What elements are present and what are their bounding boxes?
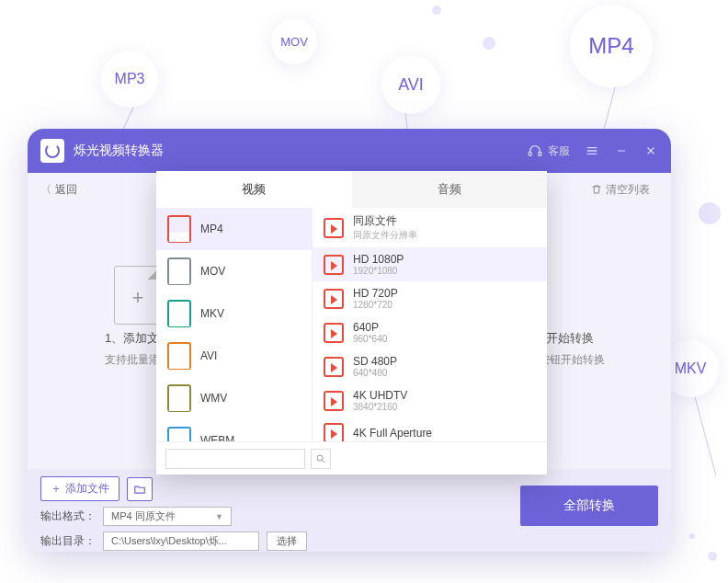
bubble-avi: AVI: [381, 55, 440, 114]
bubble-label: MP4: [588, 33, 633, 59]
convert-all-button[interactable]: 全部转换: [520, 486, 658, 526]
file-icon: [167, 300, 191, 327]
menu-icon[interactable]: [585, 143, 599, 158]
file-icon: [167, 342, 191, 370]
resolution-list[interactable]: 同原文件同原文件分辨率HD 1080P1920*1080HD 720P1280*…: [313, 208, 547, 441]
format-label: WEBM: [200, 434, 234, 441]
tab-video[interactable]: 视频: [156, 171, 352, 208]
svg-point-8: [317, 455, 323, 461]
video-icon: [324, 289, 344, 309]
decorative-dot: [689, 533, 695, 539]
bubble-label: AVI: [398, 75, 424, 95]
search-row: [156, 441, 547, 474]
plus-icon: ＋: [51, 481, 62, 497]
chevron-down-icon: ▼: [215, 512, 223, 521]
resolution-label: 640P: [353, 321, 387, 334]
video-icon: [324, 357, 344, 377]
svg-rect-1: [539, 152, 541, 155]
minimize-icon[interactable]: [614, 143, 629, 158]
decorative-dot: [432, 6, 441, 15]
decorative-dot: [483, 37, 495, 50]
app-logo: [40, 139, 64, 163]
back-label: 返回: [55, 182, 77, 198]
file-icon: [167, 384, 191, 412]
close-icon[interactable]: [643, 143, 658, 158]
resolution-sub: 640*480: [353, 368, 397, 378]
video-icon: [324, 323, 344, 343]
add-folder-button[interactable]: [127, 477, 153, 501]
bubble-label: MOV: [280, 35, 308, 49]
resolution-sub: 960*640: [353, 334, 387, 344]
resolution-sub: 1280*720: [353, 300, 398, 310]
video-icon: [324, 391, 344, 411]
format-item[interactable]: WMV: [156, 377, 312, 419]
resolution-label: HD 720P: [353, 287, 398, 300]
clear-list-button[interactable]: 清空列表: [583, 177, 658, 202]
app-title: 烁光视频转换器: [74, 143, 528, 159]
resolution-item[interactable]: 640P960*640: [313, 315, 547, 349]
format-value: MP4 同原文件: [111, 509, 176, 523]
add-file-label: 添加文件: [65, 481, 109, 497]
resolution-label: 同原文件: [353, 213, 417, 229]
format-item[interactable]: MP4: [156, 208, 312, 250]
resolution-item[interactable]: 同原文件同原文件分辨率: [313, 208, 547, 247]
clear-label: 清空列表: [606, 182, 650, 198]
svg-rect-0: [529, 152, 531, 155]
bubble-label: MP3: [115, 71, 145, 87]
chevron-left-icon: 〈: [40, 182, 51, 198]
resolution-label: SD 480P: [353, 355, 397, 368]
tab-audio[interactable]: 音频: [352, 171, 548, 208]
resolution-item[interactable]: 4K Full Aperture: [313, 417, 547, 441]
format-item[interactable]: MKV: [156, 292, 312, 335]
format-label: MOV: [200, 265, 225, 278]
resolution-sub: 同原文件分辨率: [353, 229, 417, 242]
trash-icon: [591, 184, 602, 195]
format-label: MKV: [200, 307, 224, 320]
format-list[interactable]: MP4MOVMKVAVIWMVWEBMFLV: [156, 208, 313, 441]
format-label: WMV: [200, 392, 227, 405]
format-label: AVI: [200, 349, 217, 362]
titlebar: 烁光视频转换器 客服: [28, 129, 671, 173]
connector-line: [694, 395, 716, 475]
format-popup: 视频 音频 MP4MOVMKVAVIWMVWEBMFLV 同原文件同原文件分辨率…: [156, 171, 547, 474]
resolution-item[interactable]: HD 1080P1920*1080: [313, 247, 547, 281]
output-dir-value: C:\Users\lxy\Desktop\烁...: [103, 532, 259, 551]
folder-icon: [133, 483, 146, 496]
resolution-item[interactable]: 4K UHDTV3840*2160: [313, 383, 547, 417]
resolution-label: 4K Full Aperture: [353, 427, 432, 440]
bubble-mp3: MP3: [101, 51, 158, 108]
add-file-button[interactable]: ＋ 添加文件: [40, 476, 119, 501]
search-button[interactable]: [311, 449, 331, 469]
video-icon: [324, 218, 344, 238]
bubble-label: MKV: [675, 360, 707, 377]
video-icon: [324, 255, 344, 275]
add-file-icon[interactable]: [114, 266, 162, 325]
resolution-sub: 1920*1080: [353, 266, 404, 276]
search-icon: [315, 453, 326, 464]
resolution-sub: 3840*2160: [353, 402, 407, 412]
file-icon: [167, 215, 191, 243]
customer-service-button[interactable]: 客服: [528, 143, 570, 159]
format-label: MP4: [200, 223, 223, 235]
output-format-select[interactable]: MP4 同原文件 ▼: [103, 507, 232, 526]
cs-label: 客服: [548, 143, 570, 159]
format-item[interactable]: WEBM: [156, 419, 312, 441]
format-item[interactable]: AVI: [156, 335, 312, 377]
svg-line-9: [323, 460, 325, 463]
bubble-mov: MOV: [271, 18, 317, 64]
format-label: 输出格式：: [40, 509, 96, 524]
browse-button[interactable]: 选择: [267, 532, 307, 551]
resolution-item[interactable]: SD 480P640*480: [313, 349, 547, 383]
resolution-item[interactable]: HD 720P1280*720: [313, 281, 547, 315]
decorative-dot: [708, 552, 717, 561]
resolution-label: HD 1080P: [353, 253, 404, 266]
back-button[interactable]: 〈 返回: [40, 182, 77, 198]
file-icon: [167, 257, 191, 285]
bubble-mp4: MP4: [570, 5, 653, 87]
search-input[interactable]: [165, 449, 305, 469]
decorative-dot: [699, 202, 721, 224]
resolution-label: 4K UHDTV: [353, 389, 407, 402]
format-item[interactable]: MOV: [156, 250, 312, 292]
bottom-bar: ＋ 添加文件 输出格式： MP4 同原文件 ▼ 输出目录： C:\Users\l…: [28, 469, 671, 552]
output-dir-label: 输出目录：: [40, 533, 96, 549]
